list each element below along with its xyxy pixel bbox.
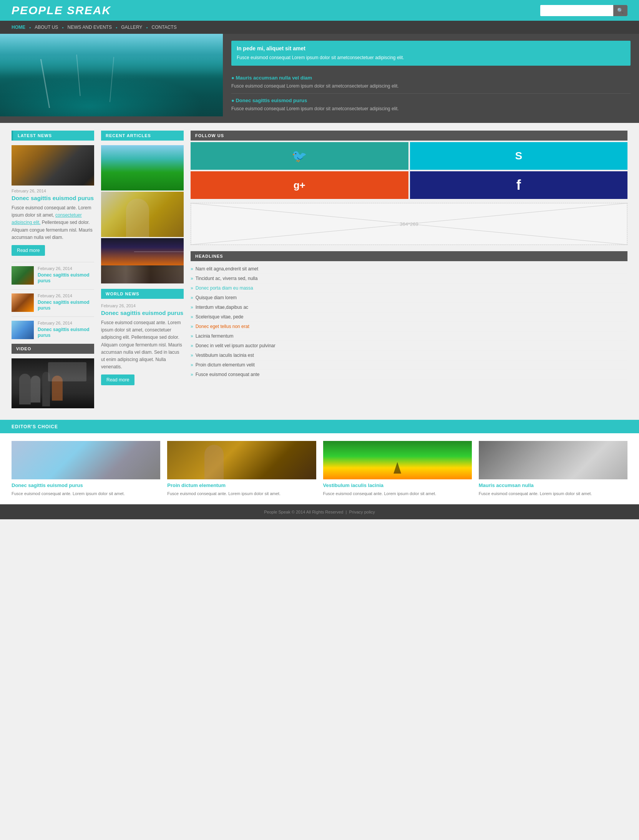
hero-item-2: ● Donec sagittis euismod purus Fusce eui… — [231, 94, 631, 116]
mini-article-3: February 26, 2014 Donec sagittis euismod… — [12, 316, 94, 339]
world-news-text: Fusce euismod consequat ante. Lorem ipsu… — [101, 319, 184, 371]
twitter-button[interactable]: 🐦 — [191, 142, 408, 170]
hero-item-2-text: Fusce euismod consequat Lorem ipsum dolo… — [231, 105, 631, 112]
navigation: HOME ● ABOUT US ● NEWS AND EVENTS ● GALL… — [0, 21, 639, 34]
headline-item[interactable]: »Vestibulum iaculis lacinia est — [191, 351, 627, 360]
ad-placeholder: 364*269 — [191, 203, 627, 245]
article-img-2[interactable] — [101, 192, 184, 237]
headline-chevron: » — [191, 295, 193, 300]
follow-us-section: FOLLOW US 🐦 S g+ f — [191, 131, 627, 199]
facebook-button[interactable]: f — [410, 171, 628, 199]
editor-card-3: Vestibulum iaculis lacinia Fusce euismod… — [323, 441, 472, 497]
headline-chevron: » — [191, 305, 193, 310]
read-more-button-1[interactable]: Read more — [12, 245, 45, 256]
hero-item-1-title[interactable]: ● Mauris accumsan nulla vel diam — [231, 75, 631, 81]
headline-item[interactable]: »Lacinia fermentum — [191, 331, 627, 341]
headline-item[interactable]: »Quisque diam lorem — [191, 293, 627, 303]
world-news-title: WORLD NEWS — [101, 289, 184, 299]
latest-news-title: LATEST NEWS — [12, 131, 94, 141]
footer-text: People Speak © 2014 All Rights Reserved … — [264, 510, 375, 514]
editors-choice-title: EDITOR'S CHOICE — [12, 424, 58, 429]
headline-item[interactable]: »Proin dictum elementum velit — [191, 360, 627, 370]
recent-articles-section: RECENT ARTICLES — [101, 131, 184, 283]
world-news-date: February 26, 2014 — [101, 303, 184, 308]
mini-article-2: February 26, 2014 Donec sagittis euismod… — [12, 289, 94, 312]
headline-chevron: » — [191, 266, 193, 272]
search-form: 🔍 — [540, 5, 627, 16]
headline-text: Proin dictum elementum velit — [196, 362, 255, 368]
headline-chevron: » — [191, 333, 193, 339]
video-section: VIDEO — [12, 344, 94, 408]
editor-title-2[interactable]: Proin dictum elementum — [167, 482, 316, 488]
nav-dot-4: ● — [146, 26, 148, 29]
hero-item-2-title[interactable]: ● Donec sagittis euismod purus — [231, 98, 631, 103]
editor-card-2: Proin dictum elementum Fusce euismod con… — [167, 441, 316, 497]
headline-item[interactable]: »Donec in velit vel ipsum auctor pulvina… — [191, 341, 627, 351]
editor-text-3: Fusce euismod consequat ante. Lorem ipsu… — [323, 490, 472, 497]
mini-title-3[interactable]: Donec sagittis euismod purus — [38, 327, 90, 338]
nav-gallery[interactable]: GALLERY — [121, 25, 146, 30]
hero-section: In pede mi, aliquet sit amet Fusce euism… — [0, 34, 639, 123]
headline-item[interactable]: »Scelerisque vitae, pede — [191, 312, 627, 322]
headline-chevron: » — [191, 343, 193, 348]
headline-text: Donec in velit vel ipsum auctor pulvinar — [196, 343, 276, 348]
ad-text: 364*269 — [400, 221, 418, 227]
headline-text: Nam elit agna,endrerit sit amet — [196, 266, 258, 272]
recent-articles-title: RECENT ARTICLES — [101, 131, 184, 141]
read-more-button-2[interactable]: Read more — [101, 374, 134, 385]
footer: People Speak © 2014 All Rights Reserved … — [0, 504, 639, 519]
main-article-title[interactable]: Donec sagittis euismod purus — [12, 195, 94, 201]
headline-chevron: » — [191, 285, 193, 291]
headline-chevron: » — [191, 353, 193, 358]
logo: PEOPLE SREAK — [12, 4, 111, 17]
skype-icon: S — [515, 150, 522, 162]
headline-text: Tincidunt ac, viverra sed, nulla — [196, 276, 258, 281]
mini-article-1: February 26, 2014 Donec sagittis euismod… — [12, 262, 94, 285]
video-title: VIDEO — [12, 344, 94, 354]
mini-date-1: February 26, 2014 — [38, 266, 94, 271]
editors-choice-grid: Donec sagittis euismod purus Fusce euism… — [0, 433, 639, 505]
headline-chevron: » — [191, 372, 193, 377]
headline-item[interactable]: »Fusce euismod consequat ante — [191, 370, 627, 379]
mini-title-2[interactable]: Donec sagittis euismod purus — [38, 300, 90, 311]
social-grid: 🐦 S g+ f — [191, 142, 627, 199]
headline-item[interactable]: »Donec porta diam eu massa — [191, 283, 627, 293]
world-news-article-title[interactable]: Donec sagittis euismod purus — [101, 310, 184, 316]
hero-sidebar: In pede mi, aliquet sit amet Fusce euism… — [223, 34, 639, 123]
headline-item[interactable]: »Donec eget tellus non erat — [191, 322, 627, 331]
nav-dot-2: ● — [62, 26, 63, 29]
headline-text: Donec porta diam eu massa — [196, 285, 253, 291]
nav-about[interactable]: ABOUT US — [35, 25, 62, 30]
editors-choice-bar: EDITOR'S CHOICE — [0, 420, 639, 433]
editor-title-3[interactable]: Vestibulum iaculis lacinia — [323, 482, 472, 488]
mini-date-3: February 26, 2014 — [38, 321, 94, 325]
nav-home[interactable]: HOME — [12, 25, 29, 30]
editor-img-2 — [167, 441, 316, 479]
headline-text: Interdum vitae,dapibus ac — [196, 305, 248, 310]
article-img-3[interactable] — [101, 238, 184, 283]
google-plus-button[interactable]: g+ — [191, 171, 408, 199]
search-input[interactable] — [540, 5, 613, 16]
main-article-text: Fusce euismod consequat ante. Lorem ipsu… — [12, 204, 94, 241]
privacy-policy-link[interactable]: Privacy policy — [349, 510, 375, 514]
editor-img-4 — [479, 441, 627, 479]
nav-contacts[interactable]: CONTACTS — [152, 25, 177, 30]
article-img-1[interactable] — [101, 145, 184, 191]
headline-item[interactable]: »Nam elit agna,endrerit sit amet — [191, 264, 627, 274]
nav-news[interactable]: NEWS AND EVENTS — [68, 25, 116, 30]
headline-item[interactable]: »Tincidunt ac, viverra sed, nulla — [191, 274, 627, 283]
headline-item[interactable]: »Interdum vitae,dapibus ac — [191, 303, 627, 312]
mini-title-1[interactable]: Donec sagittis euismod purus — [38, 272, 90, 283]
search-button[interactable]: 🔍 — [613, 5, 627, 16]
world-news-section: WORLD NEWS February 26, 2014 Donec sagit… — [101, 289, 184, 385]
mini-img-1 — [12, 266, 34, 285]
skype-button[interactable]: S — [410, 142, 628, 170]
editor-title-4[interactable]: Mauris accumsan nulla — [479, 482, 627, 488]
editor-title-1[interactable]: Donec sagittis euismod purus — [12, 482, 160, 488]
video-thumbnail[interactable] — [12, 358, 94, 408]
left-column: LATEST NEWS February 26, 2014 Donec sagi… — [12, 131, 94, 408]
editor-text-2: Fusce euismod consequat ante. Lorem ipsu… — [167, 490, 316, 497]
latest-news-section: LATEST NEWS February 26, 2014 Donec sagi… — [12, 131, 94, 339]
headline-text: Scelerisque vitae, pede — [196, 314, 244, 320]
headlines-section: HEADLINES »Nam elit agna,endrerit sit am… — [191, 251, 627, 379]
